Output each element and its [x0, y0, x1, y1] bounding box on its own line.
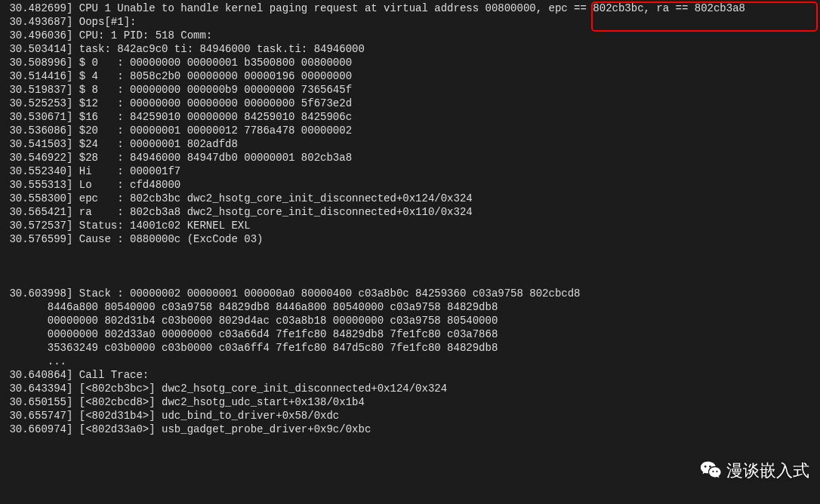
- log-line-3: 30.503414] task: 842ac9c0 ti: 84946000 t…: [3, 42, 817, 56]
- log-line-14: 30.558300] epc : 802cb3bc dwc2_hsotg_cor…: [3, 192, 817, 205]
- log-line-6: 30.519837] $ 8 : 00000000 000000b9 00000…: [3, 83, 817, 97]
- log-line-17: 30.576599] Cause : 0880000c (ExcCode 03): [3, 232, 817, 246]
- log-line-22: 8446a800 80540000 c03a9758 84829db8 8446…: [3, 300, 817, 314]
- log-line-20: [3, 273, 817, 287]
- log-line-5: 30.514416] $ 4 : 8058c2b0 00000000 00000…: [3, 69, 817, 83]
- log-line-27: 30.640864] Call Trace:: [3, 368, 817, 382]
- log-line-11: 30.546922] $28 : 84946000 84947db0 00000…: [3, 151, 817, 164]
- log-line-30: 30.655747] [<802d31b4>] udc_bind_to_driv…: [3, 409, 817, 423]
- log-line-19: [3, 260, 817, 273]
- log-line-7: 30.525253] $12 : 00000000 00000000 00000…: [3, 97, 817, 110]
- log-line-25: 35363249 c03b0000 c03b0000 c03a6ff4 7fe1…: [3, 341, 817, 355]
- svg-point-1: [709, 466, 711, 468]
- kernel-oops-log: 30.482699] CPU 1 Unable to handle kernel…: [0, 0, 820, 438]
- log-line-29: 30.650155] [<802cbcd8>] dwc2_hsotg_udc_s…: [3, 395, 817, 409]
- log-line-0: 30.482699] CPU 1 Unable to handle kernel…: [3, 2, 817, 15]
- log-line-15: 30.565421] ra : 802cb3a8 dwc2_hsotg_core…: [3, 205, 817, 219]
- watermark-label: 漫谈嵌入式: [726, 464, 809, 478]
- svg-point-3: [716, 471, 717, 472]
- log-line-13: 30.555313] Lo : cfd48000: [3, 178, 817, 192]
- log-line-12: 30.552340] Hi : 000001f7: [3, 164, 817, 178]
- log-line-2: 30.496036] CPU: 1 PID: 518 Comm:: [3, 29, 817, 42]
- log-line-28: 30.643394] [<802cb3bc>] dwc2_hsotg_core_…: [3, 382, 817, 395]
- watermark: 漫谈嵌入式: [699, 459, 809, 483]
- svg-point-2: [712, 471, 714, 472]
- log-line-16: 30.572537] Status: 14001c02 KERNEL EXL: [3, 219, 817, 232]
- log-line-26: ...: [3, 355, 817, 368]
- log-line-21: 30.603998] Stack : 00000002 00000001 000…: [3, 287, 817, 300]
- log-line-4: 30.508996] $ 0 : 00000000 00000001 b3500…: [3, 56, 817, 69]
- log-line-24: 00000000 802d33a0 00000000 c03a66d4 7fe1…: [3, 327, 817, 341]
- log-line-9: 30.536086] $20 : 00000001 00000012 7786a…: [3, 124, 817, 137]
- log-line-18: [3, 246, 817, 260]
- log-line-10: 30.541503] $24 : 00000001 802adfd8: [3, 137, 817, 151]
- log-line-8: 30.530671] $16 : 84259010 00000000 84259…: [3, 110, 817, 124]
- log-line-1: 30.493687] Oops[#1]:: [3, 15, 817, 29]
- log-line-23: 00000000 802d31b4 c03b0000 8029d4ac c03a…: [3, 314, 817, 327]
- svg-point-0: [704, 466, 707, 468]
- log-line-31: 30.660974] [<802d33a0>] usb_gadget_probe…: [3, 423, 817, 436]
- wechat-icon: [699, 459, 726, 483]
